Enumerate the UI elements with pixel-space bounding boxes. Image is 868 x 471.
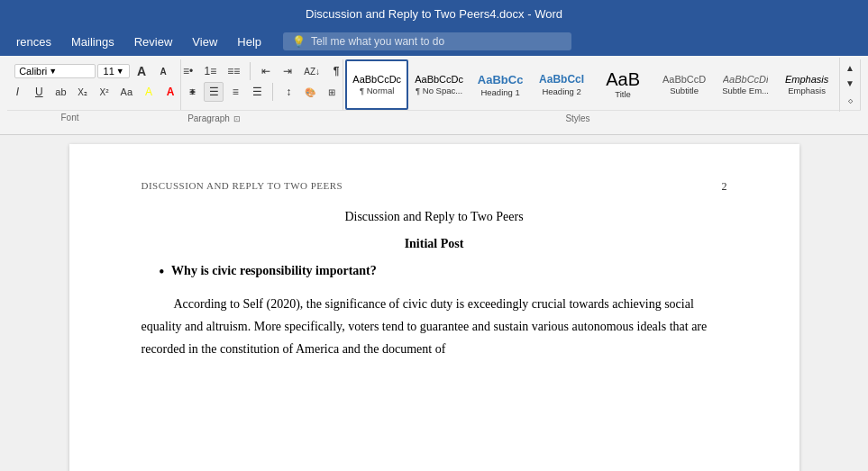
menu-references[interactable]: rences bbox=[7, 32, 60, 52]
styles-more[interactable]: ⬦ bbox=[844, 94, 856, 106]
paragraph-group: ≡• 1≡ ≡≡ ⇤ ⇥ AZ↓ ¶ ≡ ☰ ≡ ☰ ↕ 🎨 ⊞ bbox=[181, 59, 343, 110]
style-subtitle-preview: AaBbCcD bbox=[662, 74, 706, 85]
menu-bar: rences Mailings Review View Help 💡 Tell … bbox=[0, 27, 868, 56]
bullets-btn[interactable]: ≡• bbox=[178, 61, 198, 81]
style-h2-preview: AaBbCcI bbox=[539, 73, 584, 86]
page-header-title: DISCUSSION AND REPLY TO TWO PEERS bbox=[142, 180, 343, 194]
style-nospace-label: ¶ No Spac... bbox=[416, 86, 462, 95]
italic-btn[interactable]: I bbox=[7, 82, 27, 102]
align-left-btn[interactable]: ≡ bbox=[182, 82, 202, 102]
style-em-preview: Emphasis bbox=[785, 74, 828, 85]
section-title: Initial Post bbox=[142, 237, 727, 251]
sort-btn[interactable]: AZ↓ bbox=[299, 61, 324, 81]
ribbon: Calibri▼ 11▼ A A B I U ab X₂ X² Aa A A bbox=[0, 56, 868, 135]
styles-scroll-up[interactable]: ▲ bbox=[844, 63, 856, 73]
line-spacing-btn[interactable]: ↕ bbox=[279, 82, 298, 102]
align-center-btn[interactable]: ☰ bbox=[204, 82, 224, 102]
menu-help[interactable]: Help bbox=[228, 32, 270, 52]
multilevel-btn[interactable]: ≡≡ bbox=[223, 61, 244, 81]
lightbulb-icon: 💡 bbox=[292, 35, 306, 48]
style-subtle-em-preview: AaBbCcDi bbox=[723, 74, 769, 85]
strikethrough-btn[interactable]: ab bbox=[50, 82, 70, 102]
paragraph-group-label: Paragraph ⊡ bbox=[133, 113, 296, 124]
styles-group-label: Styles bbox=[296, 113, 861, 124]
style-subtle-em-label: Subtle Em... bbox=[722, 86, 769, 95]
ribbon-labels: Font Paragraph ⊡ Styles bbox=[7, 110, 861, 124]
para-row2: ≡ ☰ ≡ ☰ ↕ 🎨 ⊞ bbox=[182, 82, 342, 102]
style-subtitle[interactable]: AaBbCcD Subtitle bbox=[653, 59, 715, 110]
para-row1: ≡• 1≡ ≡≡ ⇤ ⇥ AZ↓ ¶ bbox=[178, 61, 346, 81]
decrease-font-btn[interactable]: A bbox=[153, 61, 173, 81]
increase-font-btn[interactable]: A bbox=[132, 61, 151, 81]
bullet-item: • Why is civic responsibility important? bbox=[160, 264, 727, 280]
style-h1-preview: AaBbCc bbox=[478, 73, 524, 86]
style-nospace-preview: AaBbCcDc bbox=[415, 74, 463, 85]
document-title: Discussion and Reply to Two Peers bbox=[142, 210, 727, 224]
style-subtitle-label: Subtitle bbox=[670, 86, 699, 95]
bullet-icon: • bbox=[160, 264, 165, 280]
page-number: 2 bbox=[722, 180, 727, 194]
style-nospace[interactable]: AaBbCcDc ¶ No Spac... bbox=[408, 59, 470, 110]
styles-scroll-down[interactable]: ▼ bbox=[844, 78, 856, 88]
font-group-label: Font bbox=[7, 113, 133, 124]
style-title[interactable]: AaB Title bbox=[592, 59, 653, 110]
style-emphasis[interactable]: Emphasis Emphasis bbox=[776, 59, 837, 110]
menu-mailings[interactable]: Mailings bbox=[62, 32, 123, 52]
style-title-label: Title bbox=[615, 89, 631, 99]
body-paragraph: According to Self (2020), the significan… bbox=[142, 293, 727, 361]
font-name-dropdown[interactable]: Calibri▼ bbox=[14, 64, 96, 78]
font-row2: B I U ab X₂ X² Aa A A ✦ bbox=[0, 82, 202, 102]
style-heading1[interactable]: AaBbCc Heading 1 bbox=[470, 59, 531, 110]
decrease-indent-btn[interactable]: ⇤ bbox=[256, 61, 276, 81]
style-subtle-emphasis[interactable]: AaBbCcDi Subtle Em... bbox=[715, 59, 776, 110]
style-normal[interactable]: AaBbCcDc ¶ Normal bbox=[345, 59, 408, 110]
align-right-btn[interactable]: ≡ bbox=[225, 82, 245, 102]
font-group: Calibri▼ 11▼ A A B I U ab X₂ X² Aa A A bbox=[7, 59, 181, 110]
increase-indent-btn[interactable]: ⇥ bbox=[278, 61, 297, 81]
subscript-btn[interactable]: X₂ bbox=[73, 82, 93, 102]
page-header: DISCUSSION AND REPLY TO TWO PEERS 2 bbox=[142, 180, 727, 194]
menu-review[interactable]: Review bbox=[125, 32, 182, 52]
font-size-dropdown[interactable]: 11▼ bbox=[97, 64, 130, 78]
style-normal-preview: AaBbCcDc bbox=[352, 74, 401, 85]
font-color-btn[interactable]: A bbox=[160, 82, 180, 102]
title-bar-text: Discussion and Reply to Two Peers4.docx … bbox=[306, 7, 562, 21]
justify-btn[interactable]: ☰ bbox=[247, 82, 267, 102]
style-heading2[interactable]: AaBbCcI Heading 2 bbox=[531, 59, 592, 110]
menu-view[interactable]: View bbox=[183, 32, 226, 52]
borders-btn[interactable]: ⊞ bbox=[322, 82, 342, 102]
text-highlight-btn[interactable]: A bbox=[139, 82, 159, 102]
title-bar: Discussion and Reply to Two Peers4.docx … bbox=[0, 0, 868, 27]
toolbar-row: Calibri▼ 11▼ A A B I U ab X₂ X² Aa A A bbox=[7, 59, 861, 110]
underline-btn[interactable]: U bbox=[29, 82, 49, 102]
style-em-label: Emphasis bbox=[788, 86, 826, 95]
bold-btn[interactable]: B bbox=[0, 82, 5, 102]
menu-search[interactable]: 💡 Tell me what you want to do bbox=[283, 32, 571, 50]
style-normal-label: ¶ Normal bbox=[360, 86, 394, 95]
style-title-preview: AaB bbox=[606, 70, 640, 88]
page: DISCUSSION AND REPLY TO TWO PEERS 2 Disc… bbox=[69, 144, 799, 471]
style-h1-label: Heading 1 bbox=[480, 87, 519, 97]
document-area: DISCUSSION AND REPLY TO TWO PEERS 2 Disc… bbox=[0, 135, 868, 471]
superscript-btn[interactable]: X² bbox=[95, 82, 114, 102]
numbering-btn[interactable]: 1≡ bbox=[200, 61, 222, 81]
shading-btn[interactable]: 🎨 bbox=[300, 82, 320, 102]
search-placeholder: Tell me what you want to do bbox=[311, 35, 444, 48]
change-case-btn[interactable]: Aa bbox=[116, 82, 137, 102]
styles-gallery: AaBbCcDc ¶ Normal AaBbCcDc ¶ No Spac... … bbox=[345, 59, 837, 110]
font-row1: Calibri▼ 11▼ A A bbox=[14, 61, 173, 81]
style-h2-label: Heading 2 bbox=[542, 86, 580, 96]
